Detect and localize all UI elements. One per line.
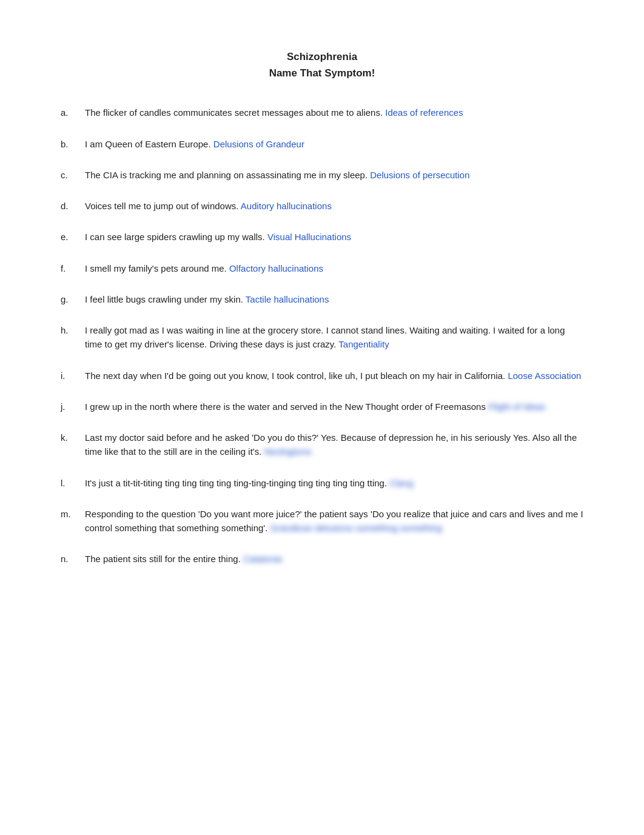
list-item: l.It's just a tit-tit-titing ting ting t…	[61, 476, 583, 490]
item-text: Last my doctor said before and he asked …	[85, 431, 583, 459]
page-title: Schizophrenia Name That Symptom!	[61, 49, 583, 81]
item-label: c.	[61, 168, 85, 182]
list-item: e.I can see large spiders crawling up my…	[61, 230, 583, 244]
item-label: j.	[61, 400, 85, 414]
item-text: Responding to the question 'Do you want …	[85, 507, 583, 535]
answer-text: Ideas of references	[385, 107, 463, 118]
item-label: i.	[61, 369, 85, 383]
list-item: i.The next day when I'd be going out you…	[61, 369, 583, 383]
answer-text: Tangentiality	[338, 339, 389, 349]
list-item: b.I am Queen of Eastern Europe. Delusion…	[61, 137, 583, 151]
item-label: k.	[61, 431, 85, 459]
item-label: m.	[61, 507, 85, 535]
answer-text: Delusions of Grandeur	[213, 139, 304, 149]
item-label: f.	[61, 261, 85, 275]
answer-text: Flight of Ideas	[488, 401, 545, 412]
symptom-list: a.The flicker of candles communicates se…	[61, 106, 583, 566]
item-text: It's just a tit-tit-titing ting ting tin…	[85, 476, 583, 490]
item-label: b.	[61, 137, 85, 151]
item-text: I feel little bugs crawling under my ski…	[85, 292, 583, 306]
list-item: f.I smell my family's pets around me. Ol…	[61, 261, 583, 275]
list-item: g.I feel little bugs crawling under my s…	[61, 292, 583, 306]
item-text: I smell my family's pets around me. Olfa…	[85, 261, 583, 275]
item-label: g.	[61, 292, 85, 306]
item-text: The CIA is tracking me and planning on a…	[85, 168, 583, 182]
list-item: c.The CIA is tracking me and planning on…	[61, 168, 583, 182]
item-text: The next day when I'd be going out you k…	[85, 369, 583, 383]
item-label: h.	[61, 323, 85, 352]
answer-text: Grandiose delusions something something	[270, 523, 443, 533]
item-text: The patient sits still for the entire th…	[85, 552, 583, 566]
answer-text: Loose Association	[508, 371, 581, 381]
answer-text: Auditory hallucinations	[241, 201, 332, 211]
item-label: n.	[61, 552, 85, 566]
item-label: e.	[61, 230, 85, 244]
answer-text: Olfactory hallucinations	[229, 263, 323, 273]
answer-text: Tactile hallucinations	[246, 294, 329, 304]
list-item: d.Voices tell me to jump out of windows.…	[61, 199, 583, 213]
list-item: k.Last my doctor said before and he aske…	[61, 431, 583, 459]
item-text: Voices tell me to jump out of windows. A…	[85, 199, 583, 213]
item-label: a.	[61, 106, 85, 119]
list-item: n.The patient sits still for the entire …	[61, 552, 583, 566]
list-item: j.I grew up in the north where there is …	[61, 400, 583, 414]
item-label: d.	[61, 199, 85, 213]
item-text: I can see large spiders crawling up my w…	[85, 230, 583, 244]
item-text: I grew up in the north where there is th…	[85, 400, 583, 414]
item-text: I am Queen of Eastern Europe. Delusions …	[85, 137, 583, 151]
list-item: h.I really got mad as I was waiting in l…	[61, 323, 583, 352]
item-label: l.	[61, 476, 85, 490]
answer-text: Clang	[389, 478, 413, 488]
answer-text: Visual Hallucinations	[267, 232, 351, 242]
answer-text: Delusions of persecution	[370, 170, 469, 180]
item-text: The flicker of candles communicates secr…	[85, 106, 583, 119]
answer-text: Neologisms	[264, 446, 312, 457]
item-text: I really got mad as I was waiting in lin…	[85, 323, 583, 352]
list-item: a.The flicker of candles communicates se…	[61, 106, 583, 119]
answer-text: Catatonia	[243, 554, 282, 564]
list-item: m.Responding to the question 'Do you wan…	[61, 507, 583, 535]
